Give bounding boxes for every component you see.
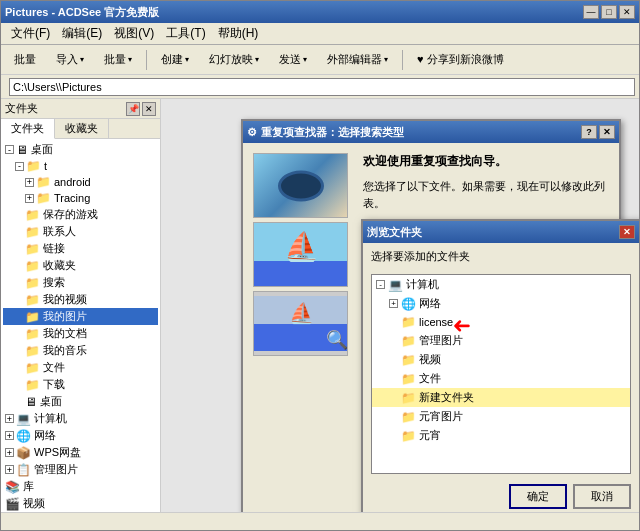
expand-android[interactable]: + [25, 178, 34, 187]
browse-videos-icon: 📁 [401, 353, 416, 367]
tab-favorites[interactable]: 收藏夹 [55, 119, 109, 138]
favorites-icon: 📁 [25, 259, 40, 273]
duplicate-dialog-title-bar: ⚙ 重复项查找器：选择搜索类型 ? ✕ [243, 121, 619, 143]
browse-files-icon: 📁 [401, 372, 416, 386]
tab-folders[interactable]: 文件夹 [1, 119, 55, 139]
contacts-icon: 📁 [25, 225, 40, 239]
browse-videos[interactable]: 📁 视频 [372, 350, 630, 369]
toolbar-batch2[interactable]: 批量 ▾ [95, 49, 141, 70]
tree-item-my-docs[interactable]: 📁 我的文档 [3, 325, 158, 342]
browse-files[interactable]: 📁 文件 [372, 369, 630, 388]
tree-item-links[interactable]: 📁 链接 [3, 240, 158, 257]
browse-ok-button[interactable]: 确定 [509, 484, 567, 509]
tracing-label: Tracing [54, 192, 90, 204]
menu-tools[interactable]: 工具(T) [160, 23, 211, 44]
wps-label: WPS网盘 [34, 445, 81, 460]
duplicate-close-button[interactable]: ✕ [599, 125, 615, 139]
t-label: t [44, 160, 47, 172]
browse-cancel-button[interactable]: 取消 [573, 484, 631, 509]
panel-pin[interactable]: 📌 [126, 102, 140, 116]
browse-title: 浏览文件夹 [367, 225, 422, 240]
address-input[interactable] [9, 78, 635, 96]
duplicate-icon: ⚙ [247, 126, 257, 139]
expand-browse-computer[interactable]: - [376, 280, 385, 289]
expand-browse-network[interactable]: + [389, 299, 398, 308]
maximize-button[interactable]: □ [601, 5, 617, 19]
tree-item-files[interactable]: 📁 文件 [3, 359, 158, 376]
browse-network-icon: 🌐 [401, 297, 416, 311]
tree-item-computer[interactable]: + 💻 计算机 [3, 410, 158, 427]
t-icon: 📁 [26, 159, 41, 173]
tree-item-desktop[interactable]: - 🖥 桌面 [3, 141, 158, 158]
browse-computer-label: 计算机 [406, 277, 439, 292]
expand-network[interactable]: + [5, 431, 14, 440]
tree-item-my-music[interactable]: 📁 我的音乐 [3, 342, 158, 359]
browse-yuanxiao-pics[interactable]: 📁 元宵图片 [372, 407, 630, 426]
duplicate-help-button[interactable]: ? [581, 125, 597, 139]
file-tree: - 🖥 桌面 - 📁 t + 📁 android [1, 139, 160, 512]
tree-item-t[interactable]: - 📁 t [3, 158, 158, 174]
tree-item-network[interactable]: + 🌐 网络 [3, 427, 158, 444]
expand-computer[interactable]: + [5, 414, 14, 423]
menu-edit[interactable]: 编辑(E) [56, 23, 108, 44]
close-button[interactable]: ✕ [619, 5, 635, 19]
browse-computer[interactable]: - 💻 计算机 [372, 275, 630, 294]
left-side-panel: 文件夹 📌 ✕ 文件夹 收藏夹 - 🖥 桌面 [1, 99, 161, 512]
tree-item-favorites[interactable]: 📁 收藏夹 [3, 257, 158, 274]
tree-item-my-videos[interactable]: 📁 我的视频 [3, 291, 158, 308]
dialog-images: 🔍 [253, 153, 353, 512]
browse-close-button[interactable]: ✕ [619, 225, 635, 239]
tree-item-contacts[interactable]: 📁 联系人 [3, 223, 158, 240]
browse-manage-pics[interactable]: 📁 管理图片 [372, 331, 630, 350]
tree-item-android[interactable]: + 📁 android [3, 174, 158, 190]
toolbar-share-weibo[interactable]: ♥ 分享到新浪微博 [408, 49, 513, 70]
panel-title: 文件夹 [5, 101, 38, 116]
minimize-button[interactable]: — [583, 5, 599, 19]
expand-t[interactable]: - [15, 162, 24, 171]
toolbar-sep2 [402, 50, 403, 70]
expand-manage-pics[interactable]: + [5, 465, 14, 474]
tree-item-tracing[interactable]: + 📁 Tracing [3, 190, 158, 206]
browse-network[interactable]: + 🌐 网络 [372, 294, 630, 313]
browse-new-folder[interactable]: 📁 新建文件夹 [372, 388, 630, 407]
toolbar-create[interactable]: 创建 ▾ [152, 49, 198, 70]
menu-file[interactable]: 文件(F) [5, 23, 56, 44]
tree-item-saved-games[interactable]: 📁 保存的游戏 [3, 206, 158, 223]
tree-item-desktop2[interactable]: 🖥 桌面 [3, 393, 158, 410]
toolbar-batch[interactable]: 批量 [5, 49, 45, 70]
menu-help[interactable]: 帮助(H) [212, 23, 265, 44]
duplicate-dialog-title: ⚙ 重复项查找器：选择搜索类型 [247, 125, 404, 140]
expand-tracing[interactable]: + [25, 194, 34, 203]
browse-network-label: 网络 [419, 296, 441, 311]
browse-manage-pics-icon: 📁 [401, 334, 416, 348]
links-icon: 📁 [25, 242, 40, 256]
app-title: Pictures - ACDSee 官方免费版 [5, 5, 159, 20]
browse-license-label: license [419, 316, 453, 328]
tree-item-downloads[interactable]: 📁 下载 [3, 376, 158, 393]
toolbar-slideshow[interactable]: 幻灯放映 ▾ [200, 49, 268, 70]
manage-pics-icon: 📋 [16, 463, 31, 477]
tree-item-library[interactable]: 📚 库 [3, 478, 158, 495]
android-label: android [54, 176, 91, 188]
my-videos-icon: 📁 [25, 293, 40, 307]
expand-wps[interactable]: + [5, 448, 14, 457]
toolbar-import[interactable]: 导入 ▾ [47, 49, 93, 70]
tree-item-my-pictures[interactable]: 📁 我的图片 [3, 308, 158, 325]
tree-item-video[interactable]: 🎬 视频 [3, 495, 158, 512]
tree-item-manage-pics[interactable]: + 📋 管理图片 [3, 461, 158, 478]
desktop-label: 桌面 [31, 142, 53, 157]
menu-view[interactable]: 视图(V) [108, 23, 160, 44]
tree-item-search[interactable]: 📁 搜索 [3, 274, 158, 291]
contacts-label: 联系人 [43, 224, 76, 239]
expand-desktop[interactable]: - [5, 145, 14, 154]
browse-license[interactable]: 📁 license [372, 313, 630, 331]
video-icon: 🎬 [5, 497, 20, 511]
toolbar-send[interactable]: 发送 ▾ [270, 49, 316, 70]
toolbar: 批量 导入 ▾ 批量 ▾ 创建 ▾ 幻灯放映 ▾ 发送 ▾ 外部编辑器 ▾ ♥ … [1, 45, 639, 75]
my-docs-label: 我的文档 [43, 326, 87, 341]
saved-games-label: 保存的游戏 [43, 207, 98, 222]
browse-yuanxiao[interactable]: 📁 元宵 [372, 426, 630, 445]
toolbar-external-editor[interactable]: 外部编辑器 ▾ [318, 49, 397, 70]
tree-item-wps[interactable]: + 📦 WPS网盘 [3, 444, 158, 461]
panel-close[interactable]: ✕ [142, 102, 156, 116]
